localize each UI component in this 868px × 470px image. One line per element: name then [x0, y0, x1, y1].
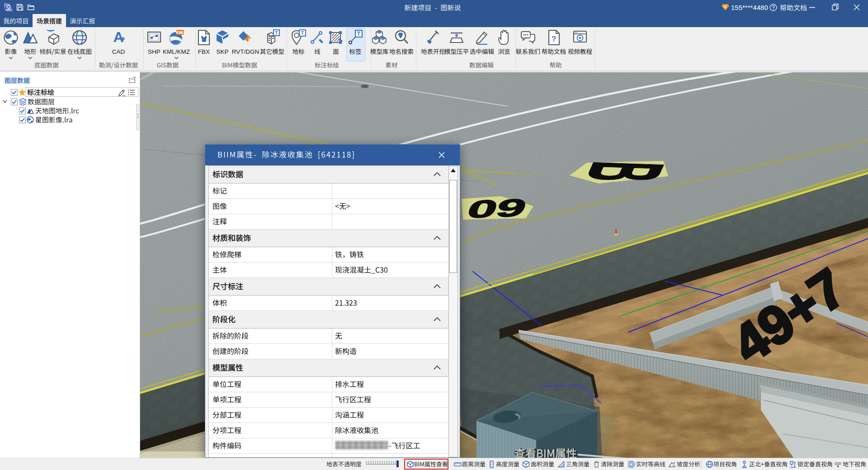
- svg-text:%: %: [673, 465, 675, 468]
- svg-text:B: B: [564, 160, 686, 183]
- svg-text:?: ?: [552, 35, 556, 43]
- svg-text:A: A: [113, 29, 123, 45]
- svg-text:V: V: [724, 5, 726, 9]
- svg-text:KML: KML: [176, 30, 184, 35]
- svg-text:60: 60: [463, 194, 530, 223]
- svg-text:T: T: [357, 31, 361, 37]
- svg-text:2: 2: [248, 37, 250, 41]
- svg-text:T: T: [275, 31, 278, 36]
- svg-text:T: T: [301, 30, 304, 36]
